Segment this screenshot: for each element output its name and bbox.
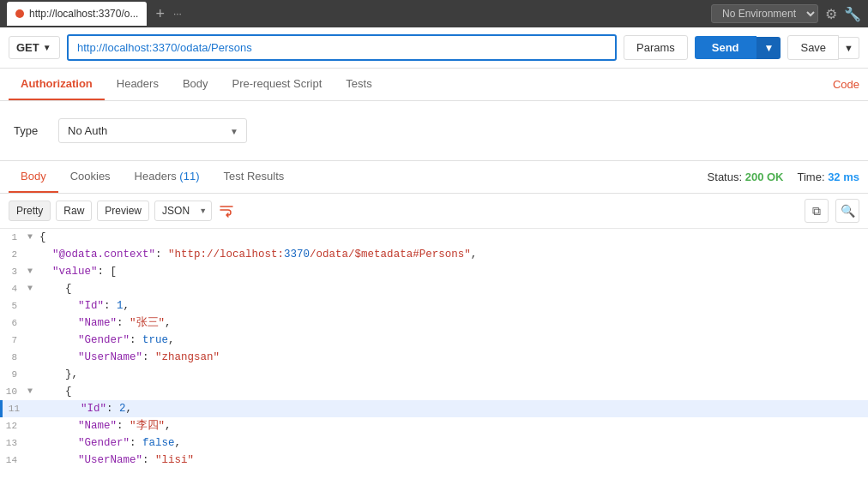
resp-tab-cookies[interactable]: Cookies (58, 161, 123, 193)
code-line: 6 "Name": "张三", (0, 314, 868, 332)
url-input[interactable] (67, 34, 617, 61)
code-content: "Id": 1, (39, 297, 868, 314)
method-chevron-icon: ▼ (43, 43, 51, 52)
send-group: Send ▼ (695, 36, 781, 59)
code-line: 3▼ "value": [ (0, 263, 868, 280)
auth-type-select[interactable]: No Auth Bearer Token Basic Auth API Key … (58, 118, 247, 143)
status-value: 200 OK (745, 171, 784, 183)
code-content: }, (39, 366, 868, 383)
copy-button[interactable]: ⧉ (805, 199, 829, 223)
line-number: 13 (0, 434, 27, 452)
tab-headers[interactable]: Headers (105, 69, 171, 100)
code-area[interactable]: 1▼{2 "@odata.context": "http://localhost… (0, 229, 868, 469)
line-number: 10 (0, 383, 27, 400)
auth-type-row: Type No Auth Bearer Token Basic Auth API… (14, 118, 854, 143)
code-line: 4▼ { (0, 280, 868, 297)
resp-tab-headers[interactable]: Headers (11) (123, 161, 212, 193)
code-link[interactable]: Code (833, 69, 859, 99)
save-group: Save ▼ (787, 35, 859, 60)
method-label: GET (16, 41, 39, 54)
raw-button[interactable]: Raw (56, 201, 92, 221)
code-content: "UserName": "zhangsan" (39, 349, 868, 366)
environment-select[interactable]: No Environment (711, 4, 818, 23)
line-number: 11 (3, 400, 30, 417)
auth-section: Type No Auth Bearer Token Basic Auth API… (0, 101, 868, 161)
code-line: 9 }, (0, 366, 868, 383)
code-content: { (39, 280, 868, 297)
line-number: 1 (0, 229, 27, 246)
json-format-wrapper: JSON XML HTML Text (154, 201, 212, 221)
top-bar: http://localhost:3370/o... + ··· No Envi… (0, 0, 868, 27)
settings-icon-btn[interactable]: ⚙ (825, 6, 837, 22)
status-label: Status: 200 OK (708, 171, 784, 183)
code-content: "@odata.context": "http://localhost:3370… (39, 246, 868, 263)
line-number: 14 (0, 452, 27, 469)
wrap-icon[interactable] (217, 201, 236, 220)
line-number: 4 (0, 280, 27, 297)
code-line: 7 "Gender": true, (0, 332, 868, 349)
line-number: 3 (0, 263, 27, 280)
search-button[interactable]: 🔍 (835, 199, 859, 223)
code-content: { (39, 229, 868, 246)
code-line: 2 "@odata.context": "http://localhost:33… (0, 246, 868, 263)
code-content: "Name": "张三", (39, 314, 868, 332)
fold-arrow[interactable]: ▼ (27, 383, 39, 400)
active-tab[interactable]: http://localhost:3370/o... (7, 2, 147, 26)
code-content: "value": [ (39, 263, 868, 280)
line-number: 12 (0, 417, 27, 434)
tab-tests[interactable]: Tests (334, 69, 383, 100)
line-number: 8 (0, 349, 27, 366)
code-line: 1▼{ (0, 229, 868, 246)
tab-pre-request-script[interactable]: Pre-request Script (220, 69, 335, 100)
params-button[interactable]: Params (624, 35, 688, 60)
time-value: 32 ms (828, 171, 859, 183)
fold-arrow[interactable]: ▼ (27, 280, 39, 297)
code-line: 10▼ { (0, 383, 868, 400)
code-content: "Name": "李四", (39, 417, 868, 434)
save-button[interactable]: Save (787, 35, 839, 60)
resp-tab-body[interactable]: Body (9, 161, 58, 193)
tab-label: http://localhost:3370/o... (29, 8, 138, 20)
code-content: "Id": 2, (42, 400, 868, 417)
code-content: "UserName": "lisi" (39, 452, 868, 469)
response-tabs: Body Cookies Headers (11) Test Results S… (0, 161, 868, 194)
line-number: 6 (0, 314, 27, 332)
code-line: 8 "UserName": "zhangsan" (0, 349, 868, 366)
json-format-select[interactable]: JSON XML HTML Text (154, 201, 212, 221)
fold-arrow[interactable]: ▼ (27, 263, 39, 280)
line-number: 7 (0, 332, 27, 349)
time-label: Time: 32 ms (797, 171, 859, 183)
fold-arrow[interactable]: ▼ (27, 229, 39, 246)
preview-button[interactable]: Preview (97, 201, 149, 221)
url-bar: GET ▼ Params Send ▼ Save ▼ (0, 27, 868, 69)
send-dropdown-button[interactable]: ▼ (756, 37, 781, 59)
code-line: 11 "Id": 2, (0, 400, 868, 417)
more-tabs-button[interactable]: ··· (173, 8, 182, 20)
code-line: 12 "Name": "李四", (0, 417, 868, 434)
tab-authorization[interactable]: Authorization (9, 69, 105, 100)
top-right-controls: No Environment ⚙ 🔧 (711, 4, 861, 23)
tab-body[interactable]: Body (171, 69, 220, 100)
response-status: Status: 200 OK Time: 32 ms (708, 171, 859, 183)
line-number: 5 (0, 297, 27, 314)
pretty-button[interactable]: Pretty (9, 201, 51, 221)
method-select[interactable]: GET ▼ (9, 36, 60, 59)
line-number: 9 (0, 366, 27, 383)
toolbar-right: ⧉ 🔍 (805, 199, 859, 223)
code-content: "Gender": true, (39, 332, 868, 349)
tab-dot (15, 9, 24, 18)
response-toolbar: Pretty Raw Preview JSON XML HTML Text ⧉ … (0, 194, 868, 229)
code-content: "Gender": false, (39, 434, 868, 452)
send-button[interactable]: Send (695, 36, 756, 59)
resp-tab-test-results[interactable]: Test Results (211, 161, 296, 193)
wrench-icon-btn[interactable]: 🔧 (844, 6, 861, 22)
auth-type-wrapper: No Auth Bearer Token Basic Auth API Key … (58, 118, 247, 143)
code-line: 14 "UserName": "lisi" (0, 452, 868, 469)
code-line: 13 "Gender": false, (0, 434, 868, 452)
new-tab-button[interactable]: + (152, 5, 168, 23)
line-number: 2 (0, 246, 27, 263)
type-label: Type (14, 124, 48, 137)
save-dropdown-button[interactable]: ▼ (839, 37, 859, 59)
code-content: { (39, 383, 868, 400)
code-line: 5 "Id": 1, (0, 297, 868, 314)
